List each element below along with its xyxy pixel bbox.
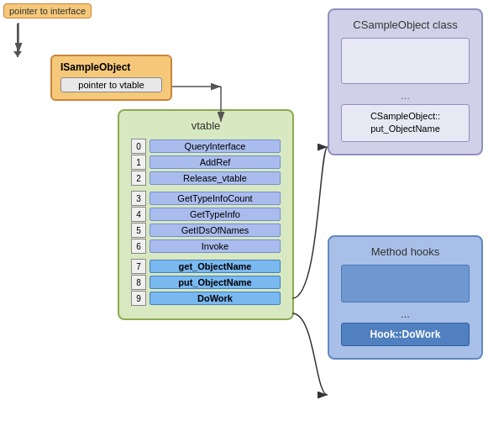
vtable-index-0: 0	[131, 139, 146, 154]
vtable-method-9: DoWork	[150, 292, 281, 305]
method-hooks-box: Method hooks ... Hook::DoWork	[328, 235, 483, 360]
vtable-title: vtable	[131, 119, 281, 132]
vtable-row-7: 7 get_ObjectName	[131, 259, 281, 274]
ptr-to-interface-label: pointer to interface	[3, 3, 92, 18]
vtable-method-8: put_ObjectName	[150, 276, 281, 289]
vtable-box: vtable 0 QueryInterface 1 AddRef 2 Relea…	[118, 109, 294, 320]
vtable-method-4: GetTypeInfo	[150, 208, 281, 221]
vtable-row-3: 3 GetTypeInfoCount	[131, 191, 281, 206]
vtable-method-3: GetTypeInfoCount	[150, 192, 281, 205]
arrow-ptr-down	[17, 24, 18, 57]
vtable-index-4: 4	[131, 207, 146, 222]
vtable-method-1: AddRef	[150, 155, 281, 169]
hooks-dots: ...	[341, 308, 470, 320]
csample-method-box: CSampleObject::put_ObjectName	[341, 104, 470, 142]
vtable-row-5: 5 GetIDsOfNames	[131, 223, 281, 238]
hooks-inner-placeholder	[341, 265, 470, 302]
hooks-method-box: Hook::DoWork	[341, 323, 470, 346]
vtable-method-6: Invoke	[150, 239, 281, 253]
vtable-row-6: 6 Invoke	[131, 239, 281, 254]
vtable-row-9: 9 DoWork	[131, 291, 281, 306]
vtable-index-1: 1	[131, 155, 146, 170]
vtable-index-9: 9	[131, 291, 146, 306]
vtable-method-7: get_ObjectName	[150, 260, 281, 273]
csample-dots: ...	[341, 89, 470, 102]
vtable-row-1: 1 AddRef	[131, 155, 281, 170]
vtable-method-2: Release_vtable	[150, 171, 281, 185]
vtable-index-2: 2	[131, 171, 146, 186]
csample-inner-placeholder	[341, 38, 470, 84]
vtable-index-6: 6	[131, 239, 146, 254]
csample-object-box: CSampleObject class ... CSampleObject::p…	[328, 8, 483, 155]
vtable-method-5: GetIDsOfNames	[150, 224, 281, 237]
isample-object-box: ISampleObject pointer to vtable	[50, 55, 172, 101]
vtable-row-2: 2 Release_vtable	[131, 171, 281, 186]
vtable-pointer-box: pointer to vtable	[60, 77, 162, 92]
vtable-index-7: 7	[131, 259, 146, 274]
vtable-row-8: 8 put_ObjectName	[131, 275, 281, 290]
vtable-index-8: 8	[131, 275, 146, 290]
vtable-index-3: 3	[131, 191, 146, 206]
vtable-row-0: 0 QueryInterface	[131, 139, 281, 154]
vtable-index-5: 5	[131, 223, 146, 238]
csample-title: CSampleObject class	[341, 18, 470, 31]
hooks-title: Method hooks	[341, 245, 470, 258]
isample-title: ISampleObject	[60, 61, 162, 73]
vtable-row-4: 4 GetTypeInfo	[131, 207, 281, 222]
vtable-method-0: QueryInterface	[150, 139, 281, 153]
